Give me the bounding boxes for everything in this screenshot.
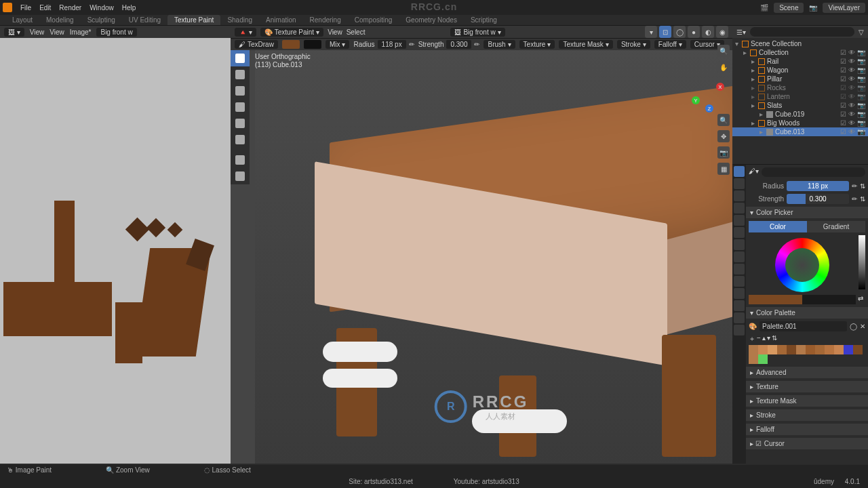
primary-color-swatch[interactable] xyxy=(282,40,300,49)
tool-mask[interactable] xyxy=(231,131,250,148)
view-move-icon[interactable]: ✥ xyxy=(717,130,730,142)
section-advanced[interactable]: ▸ Advanced xyxy=(746,367,868,378)
strength-link-icon[interactable]: ⇅ xyxy=(860,195,865,203)
outliner-filter-icon[interactable]: ▽ xyxy=(859,28,864,36)
scene-dropdown[interactable]: Scene xyxy=(774,3,804,13)
palette-sub-icon[interactable]: − xyxy=(757,334,761,344)
prop-tab-modifier[interactable] xyxy=(734,251,745,262)
strength-input[interactable]: 0.300 xyxy=(446,40,471,49)
prop-tab-particles[interactable] xyxy=(734,264,745,274)
radius-link-icon[interactable]: ⇅ xyxy=(860,182,865,190)
prop-tab-material[interactable] xyxy=(734,312,745,323)
outliner-item-slats[interactable]: ▸Slats☑ 👁 📷 xyxy=(732,101,868,110)
prop-tab-constraint[interactable] xyxy=(734,288,745,299)
outliner-type-icon[interactable]: ☰▾ xyxy=(736,28,746,36)
palette-fake-user-icon[interactable]: ◯ xyxy=(850,323,857,330)
outliner-item-cube-019[interactable]: ▸Cube.019☑ 👁 📷 xyxy=(732,110,868,119)
palette-up-icon[interactable]: ▴ xyxy=(762,334,766,344)
tab-geonodes[interactable]: Geometry Nodes xyxy=(399,15,464,25)
image-editor-mode[interactable]: 🖼 ▾ xyxy=(4,28,24,37)
palette-remove-icon[interactable]: ✕ xyxy=(860,323,865,330)
prop-tab-scene[interactable] xyxy=(734,215,745,226)
uv-viewport[interactable] xyxy=(0,38,231,464)
view-zoom-icon[interactable]: 🔍 xyxy=(717,114,730,126)
tab-texture-paint[interactable]: Texture Paint xyxy=(167,15,220,25)
shading-solid-icon[interactable]: ● xyxy=(688,26,700,38)
section-cursor[interactable]: ▸ ☑ Cursor xyxy=(746,438,868,449)
tool-fill[interactable] xyxy=(231,115,250,131)
prop-strength-slider[interactable]: 0.300 xyxy=(787,194,849,204)
texture-menu[interactable]: Texture ▾ xyxy=(519,40,555,49)
outliner-item-rail[interactable]: ▸Rail☑ 👁 📷 xyxy=(732,57,868,66)
overlay-toggle-icon[interactable]: ⊡ xyxy=(659,26,671,38)
outliner-item-pillar[interactable]: ▸Pillar☑ 👁 📷 xyxy=(732,75,868,83)
palette-swatch-13[interactable] xyxy=(758,354,768,364)
menu-file[interactable]: File xyxy=(20,4,31,12)
tab-sculpting[interactable]: Sculpting xyxy=(81,15,122,25)
color-tab[interactable]: Color xyxy=(749,221,807,232)
prop-tab-output[interactable] xyxy=(734,190,745,201)
secondary-color[interactable] xyxy=(802,295,856,304)
prop-tab-object[interactable] xyxy=(734,239,745,250)
view-camera-icon[interactable]: 📷 xyxy=(717,146,730,159)
tab-modeling[interactable]: Modeling xyxy=(39,15,81,25)
outliner-item-wagon[interactable]: ▸Wagon☑ 👁 📷 xyxy=(732,66,868,75)
tab-rendering[interactable]: Rendering xyxy=(303,15,348,25)
color-picker-header[interactable]: ▾ Color Picker xyxy=(746,207,868,218)
tab-compositing[interactable]: Compositing xyxy=(348,15,399,25)
prop-brush-icon[interactable]: 🖌▾ xyxy=(749,167,759,177)
shading-rendered-icon[interactable]: ◉ xyxy=(716,26,728,38)
prop-tab-tool[interactable] xyxy=(734,166,745,177)
outliner-item-collection[interactable]: ▸Collection☑ 👁 📷 xyxy=(732,48,868,57)
outliner-item-rocks[interactable]: ▸Rocks☑ 👁 📷 xyxy=(732,83,868,92)
radius-pen-icon[interactable]: ✏ xyxy=(852,182,857,190)
menu-edit[interactable]: Edit xyxy=(39,4,51,12)
palette-swatch-0[interactable] xyxy=(749,345,758,354)
axis-z-icon[interactable]: Z xyxy=(705,104,713,113)
active-colors[interactable]: ⇄ xyxy=(749,295,865,304)
palette-swatch-4[interactable] xyxy=(787,345,796,354)
section-texture-mask[interactable]: ▸ Texture Mask xyxy=(746,395,868,407)
radius-pressure-icon[interactable]: ✏ xyxy=(409,41,414,48)
tool-clone[interactable] xyxy=(231,99,250,115)
prop-tab-texture[interactable] xyxy=(734,325,745,336)
menu-window[interactable]: Window xyxy=(90,4,114,12)
prop-tab-render[interactable] xyxy=(734,178,745,189)
prop-search-input[interactable] xyxy=(762,167,865,177)
palette-sort-icon[interactable]: ⇅ xyxy=(772,334,777,344)
palette-add-icon[interactable]: ＋ xyxy=(749,334,755,344)
tool-soften[interactable] xyxy=(231,66,250,83)
palette-swatch-10[interactable] xyxy=(844,345,853,354)
palette-swatch-1[interactable] xyxy=(758,345,768,354)
prop-tab-mesh[interactable] xyxy=(734,300,745,311)
outliner-item-big-woods[interactable]: ▸Big Woods☑ 👁 📷 xyxy=(732,119,868,127)
palette-header[interactable]: ▾ Color Palette xyxy=(746,307,868,319)
tool-smear[interactable] xyxy=(231,83,250,99)
vp-menu-view[interactable]: View xyxy=(328,28,342,36)
stroke-menu[interactable]: Stroke ▾ xyxy=(617,40,650,49)
palette-name-input[interactable]: Palette.001 xyxy=(760,321,847,331)
palette-swatch-6[interactable] xyxy=(806,345,815,354)
palette-swatch-11[interactable] xyxy=(853,345,863,354)
palette-swatch-9[interactable] xyxy=(834,345,844,354)
palette-swatch-5[interactable] xyxy=(796,345,806,354)
pan-icon[interactable]: ✋ xyxy=(717,61,730,73)
tab-shading[interactable]: Shading xyxy=(220,15,259,25)
3d-viewport[interactable]: 🔺 ▾ 🎨 Texture Paint ▾ View Select 🖼 Big … xyxy=(231,26,732,464)
viewlayer-dropdown[interactable]: ViewLayer xyxy=(823,3,865,13)
prop-tab-physics[interactable] xyxy=(734,276,745,287)
gradient-tab[interactable]: Gradient xyxy=(807,221,865,232)
palette-swatch-8[interactable] xyxy=(825,345,834,354)
section-falloff[interactable]: ▸ Falloff xyxy=(746,424,868,435)
uv-menu-image[interactable]: Image* xyxy=(70,28,92,36)
axis-y-icon[interactable]: Y xyxy=(692,96,700,104)
uv-image-name[interactable]: Big front w xyxy=(96,28,136,37)
blend-dropdown[interactable]: Mix ▾ xyxy=(326,40,350,49)
primary-color[interactable] xyxy=(749,295,802,304)
view-persp-icon[interactable]: ▦ xyxy=(717,163,730,175)
nav-gizmo[interactable]: X Y Z xyxy=(692,80,724,113)
vp-image-dropdown[interactable]: 🖼 Big front w ▾ xyxy=(450,28,505,37)
color-wheel[interactable] xyxy=(775,238,829,292)
section-texture[interactable]: ▸ Texture xyxy=(746,381,868,392)
palette-swatch-12[interactable] xyxy=(749,354,758,364)
